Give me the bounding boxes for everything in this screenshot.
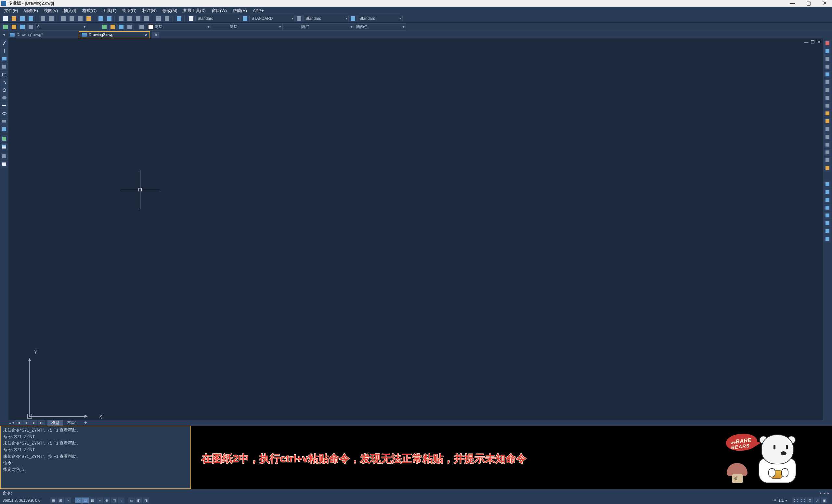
minimize-button[interactable]: — (790, 1, 795, 6)
offset-tool[interactable] (824, 63, 831, 70)
osnap-toggle[interactable]: □ (82, 498, 89, 503)
max-toggle[interactable]: ⤢ (814, 498, 820, 503)
tablestyle-icon[interactable] (295, 15, 303, 22)
cmd-up-icon[interactable]: ▴ (820, 491, 822, 495)
misc-button[interactable] (175, 15, 183, 22)
dim-arc-tool[interactable] (824, 196, 831, 204)
cmd-left-icon[interactable]: ◂ (824, 491, 826, 495)
circle-tool[interactable] (1, 86, 8, 94)
doc-tab-drawing2[interactable]: Drawing2.dwg ✕ (79, 31, 150, 38)
dyn-toggle[interactable]: ⊕ (104, 498, 110, 503)
line-tool[interactable] (1, 39, 8, 47)
mirror-tool[interactable] (824, 55, 831, 62)
redo-button[interactable] (105, 15, 113, 22)
pline-tool[interactable] (1, 55, 8, 62)
zoom-button[interactable] (126, 15, 134, 22)
layer-freeze-icon[interactable] (19, 23, 26, 30)
doc-restore-icon[interactable]: ❐ (811, 39, 815, 45)
grid-toggle[interactable]: ▦ (50, 498, 57, 503)
menu-draw[interactable]: 绘图(D) (119, 8, 139, 14)
layout-next-button[interactable]: ▶ (30, 420, 37, 425)
current-layer-dropdown[interactable]: 0 (35, 23, 87, 30)
join-tool[interactable] (824, 141, 831, 148)
bycolor-dropdown[interactable]: 随颜色 (354, 23, 406, 30)
cut-button[interactable] (59, 15, 67, 22)
qp-toggle[interactable]: ◫ (111, 498, 117, 503)
menu-format[interactable]: 格式(O) (79, 8, 100, 14)
zoomwin-button[interactable] (134, 15, 142, 22)
model-toggle[interactable]: ▭ (128, 498, 135, 503)
menu-file[interactable]: 文件(F) (1, 8, 21, 14)
misc2-toggle[interactable]: ◨ (143, 498, 149, 503)
dim-aligned-tool[interactable] (824, 188, 831, 195)
bylayer-color-dropdown[interactable]: 随层 (146, 23, 211, 30)
dimstyle-dropdown[interactable]: STANDARD (249, 15, 295, 22)
rotate-tool[interactable] (824, 86, 831, 94)
layout-first-button[interactable]: I◀ (15, 420, 22, 425)
menu-modify[interactable]: 修改(M) (160, 8, 180, 14)
paste-button[interactable] (76, 15, 84, 22)
layout-tab-model[interactable]: 模型 (48, 420, 63, 426)
polygon-tool[interactable] (1, 63, 8, 70)
layout-last-button[interactable]: ▶I (38, 420, 45, 425)
copyobj-tool[interactable] (824, 48, 831, 55)
mleaderstyle-dropdown[interactable]: Standard (357, 15, 403, 22)
menu-edit[interactable]: 编辑(E) (21, 8, 41, 14)
ellipse-tool[interactable] (1, 110, 8, 117)
xline-tool[interactable] (1, 48, 8, 55)
tablestyle-dropdown[interactable]: Standard (303, 15, 349, 22)
clean-toggle[interactable]: ▣ (821, 498, 828, 503)
dim-rad-tool[interactable] (824, 212, 831, 219)
undo-button[interactable] (97, 15, 105, 22)
layout-tab-layout1[interactable]: 布局1 (63, 420, 81, 426)
menu-app[interactable]: APP+ (250, 8, 267, 13)
menu-dim[interactable]: 标注(N) (139, 8, 160, 14)
otrack-toggle[interactable]: ⊡ (89, 498, 96, 503)
doc-close-icon[interactable]: ✕ (817, 39, 821, 45)
tool-button[interactable] (163, 15, 171, 22)
menu-insert[interactable]: 插入(I) (61, 8, 79, 14)
layerlck-button[interactable] (126, 23, 134, 30)
close-button[interactable]: ✕ (823, 1, 827, 6)
dim-cont-tool[interactable] (824, 235, 831, 242)
layout-prev-button[interactable]: ◀ (22, 420, 30, 425)
tabs-chevron-down[interactable]: ▼ (1, 33, 7, 37)
new-button[interactable] (2, 15, 9, 22)
ortho-toggle[interactable]: └ (65, 498, 71, 503)
trim-tool[interactable] (824, 110, 831, 117)
layer-manager-button[interactable] (2, 23, 9, 30)
extend-tool[interactable] (824, 117, 831, 125)
chamfer-tool[interactable] (824, 149, 831, 156)
layout-expand-icon[interactable]: ▲▼ (8, 421, 14, 425)
open-button[interactable] (10, 15, 18, 22)
menu-view[interactable]: 视图(V) (41, 8, 61, 14)
polar-toggle[interactable]: ◇ (75, 498, 82, 503)
dim-dia-tool[interactable] (824, 220, 831, 227)
lw-toggle[interactable]: ≡ (97, 498, 103, 503)
insert-tool[interactable] (1, 126, 8, 133)
doc-min-icon[interactable]: — (804, 39, 808, 45)
break2-tool[interactable] (824, 133, 831, 140)
move-tool[interactable] (824, 79, 831, 86)
explode-tool[interactable] (824, 164, 831, 171)
textstyle-dropdown[interactable]: Standard (195, 15, 241, 22)
pan-button[interactable] (117, 15, 125, 22)
menu-help[interactable]: 帮助(H) (230, 8, 250, 14)
maximize-button[interactable]: ▢ (806, 1, 811, 6)
preview-button[interactable] (48, 15, 55, 22)
dim-ang-tool[interactable] (824, 228, 831, 235)
copy-button[interactable] (68, 15, 76, 22)
layeriso-button[interactable] (100, 23, 108, 30)
new-tab-button[interactable]: 🗎 (152, 32, 159, 38)
layeron-button[interactable] (109, 23, 117, 30)
gradient-tool[interactable] (1, 143, 8, 150)
save-button[interactable] (19, 15, 26, 22)
zoomext-button[interactable] (143, 15, 151, 22)
fillet-tool[interactable] (824, 157, 831, 164)
menu-window[interactable]: 窗口(W) (209, 8, 230, 14)
table-tool[interactable] (1, 161, 8, 168)
command-input[interactable] (14, 491, 829, 496)
annoscale-toggle[interactable]: ⛶ (792, 498, 799, 503)
ws-toggle[interactable]: ⚙ (807, 498, 813, 503)
layerfrz-button[interactable] (117, 23, 125, 30)
